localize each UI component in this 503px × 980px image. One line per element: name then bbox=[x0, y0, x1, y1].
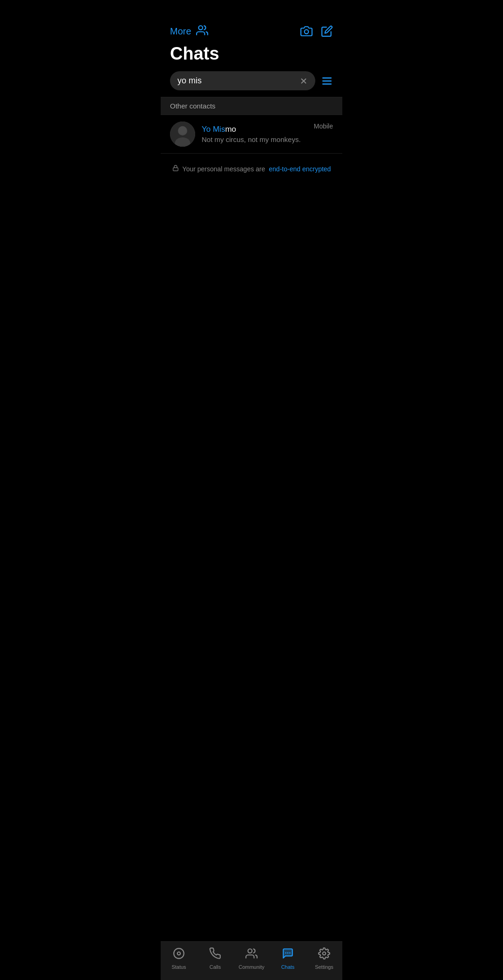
encryption-notice: Your personal messages are end-to-end en… bbox=[161, 154, 342, 184]
other-contacts-header: Other contacts bbox=[161, 97, 342, 115]
contact-list: Yo Mismo Not my circus, not my monkeys. … bbox=[161, 115, 342, 154]
search-clear-button[interactable] bbox=[299, 77, 308, 85]
svg-point-0 bbox=[198, 26, 203, 30]
contact-name-highlighted: Yo Mis bbox=[202, 125, 225, 134]
contact-status: Not my circus, not my monkeys. bbox=[202, 135, 307, 143]
compose-button[interactable] bbox=[321, 25, 333, 37]
search-input[interactable] bbox=[177, 76, 296, 86]
lock-icon bbox=[172, 165, 179, 173]
contact-name-rest: mo bbox=[225, 125, 236, 134]
avatar bbox=[170, 122, 195, 147]
svg-rect-12 bbox=[173, 168, 178, 170]
svg-point-1 bbox=[305, 30, 309, 34]
page-title: Chats bbox=[170, 44, 333, 64]
filter-button[interactable] bbox=[321, 75, 333, 87]
svg-point-11 bbox=[178, 126, 187, 135]
header-top: More bbox=[170, 24, 333, 38]
status-bar bbox=[161, 0, 342, 20]
header-left: More bbox=[170, 24, 208, 38]
contact-item[interactable]: Yo Mismo Not my circus, not my monkeys. … bbox=[161, 115, 342, 154]
more-button[interactable]: More bbox=[170, 26, 191, 37]
header: More bbox=[161, 20, 342, 90]
encryption-link[interactable]: end-to-end encrypted bbox=[269, 165, 331, 173]
contact-name: Yo Mismo bbox=[202, 125, 307, 134]
camera-button[interactable] bbox=[300, 25, 313, 37]
contacts-icon[interactable] bbox=[196, 24, 208, 38]
contact-label: Mobile bbox=[314, 122, 333, 130]
contact-info: Yo Mismo Not my circus, not my monkeys. bbox=[202, 125, 307, 143]
header-right bbox=[300, 25, 333, 37]
encryption-text: Your personal messages are bbox=[183, 165, 265, 173]
search-row bbox=[170, 71, 333, 90]
search-box bbox=[170, 71, 315, 90]
